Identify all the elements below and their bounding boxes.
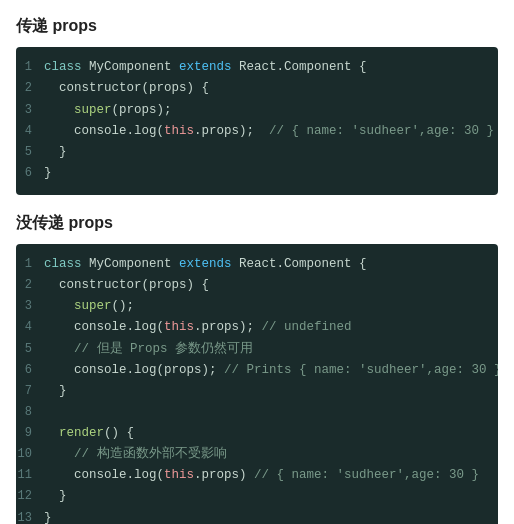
line-number: 6: [16, 163, 44, 183]
line-number: 3: [16, 100, 44, 120]
line-content: console.log(this.props); // undefined: [44, 317, 352, 338]
line-number: 6: [16, 360, 44, 380]
code-line: 3 super();: [16, 296, 498, 317]
code-line: 1class MyComponent extends React.Compone…: [16, 254, 498, 275]
line-number: 13: [16, 508, 44, 524]
code-line: 3 super(props);: [16, 100, 498, 121]
line-content: console.log(this.props); // { name: 'sud…: [44, 121, 494, 142]
line-content: constructor(props) {: [44, 275, 209, 296]
line-number: 5: [16, 339, 44, 359]
line-content: render() {: [44, 423, 134, 444]
line-number: 8: [16, 402, 44, 422]
line-number: 2: [16, 275, 44, 295]
line-number: 5: [16, 142, 44, 162]
line-content: constructor(props) {: [44, 78, 209, 99]
code-block-2: 1class MyComponent extends React.Compone…: [16, 244, 498, 525]
code-line: 1class MyComponent extends React.Compone…: [16, 57, 498, 78]
line-content: super(props);: [44, 100, 172, 121]
code-line: 11 console.log(this.props) // { name: 's…: [16, 465, 498, 486]
line-content: }: [44, 508, 52, 524]
line-content: class MyComponent extends React.Componen…: [44, 254, 367, 275]
line-number: 4: [16, 121, 44, 141]
line-number: 4: [16, 317, 44, 337]
code-line: 8: [16, 402, 498, 422]
line-content: super();: [44, 296, 134, 317]
line-number: 1: [16, 57, 44, 77]
line-content: // 但是 Props 参数仍然可用: [44, 339, 253, 360]
code-line: 7 }: [16, 381, 498, 402]
line-number: 2: [16, 78, 44, 98]
code-line: 4 console.log(this.props); // undefined: [16, 317, 498, 338]
line-number: 3: [16, 296, 44, 316]
line-number: 10: [16, 444, 44, 464]
section1-title: 传递 props: [16, 16, 498, 37]
code-line: 13}: [16, 508, 498, 524]
line-content: console.log(this.props) // { name: 'sudh…: [44, 465, 479, 486]
code-line: 5 // 但是 Props 参数仍然可用: [16, 339, 498, 360]
line-number: 11: [16, 465, 44, 485]
page-container: 传递 props 1class MyComponent extends Reac…: [0, 0, 514, 524]
line-content: console.log(props); // Prints { name: 's…: [44, 360, 498, 381]
line-number: 12: [16, 486, 44, 506]
code-line: 2 constructor(props) {: [16, 275, 498, 296]
line-content: class MyComponent extends React.Componen…: [44, 57, 367, 78]
code-block-1: 1class MyComponent extends React.Compone…: [16, 47, 498, 195]
code-line: 6}: [16, 163, 498, 184]
code-line: 6 console.log(props); // Prints { name: …: [16, 360, 498, 381]
line-number: 9: [16, 423, 44, 443]
line-content: // 构造函数外部不受影响: [44, 444, 227, 465]
code-line: 5 }: [16, 142, 498, 163]
code-line: 10 // 构造函数外部不受影响: [16, 444, 498, 465]
section2-title: 没传递 props: [16, 213, 498, 234]
code-line: 4 console.log(this.props); // { name: 's…: [16, 121, 498, 142]
line-content: }: [44, 381, 67, 402]
line-number: 1: [16, 254, 44, 274]
line-content: }: [44, 163, 52, 184]
code-line: 12 }: [16, 486, 498, 507]
line-number: 7: [16, 381, 44, 401]
code-line: 9 render() {: [16, 423, 498, 444]
code-line: 2 constructor(props) {: [16, 78, 498, 99]
line-content: }: [44, 486, 67, 507]
line-content: }: [44, 142, 67, 163]
